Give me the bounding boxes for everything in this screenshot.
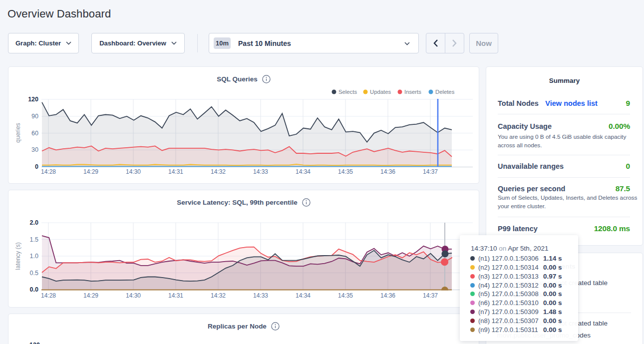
svg-text:14:29: 14:29 xyxy=(83,168,98,175)
svg-text:30: 30 xyxy=(31,146,38,153)
svg-text:Updates: Updates xyxy=(370,89,391,95)
svg-text:14:34: 14:34 xyxy=(296,168,311,175)
svg-text:14:33: 14:33 xyxy=(253,292,268,299)
svg-text:14:31: 14:31 xyxy=(168,168,183,175)
svg-text:14:28: 14:28 xyxy=(41,292,56,299)
svg-text:14:28: 14:28 xyxy=(41,168,56,175)
svg-text:14:33: 14:33 xyxy=(253,168,268,175)
svg-text:Selects: Selects xyxy=(338,89,357,95)
svg-text:0.0: 0.0 xyxy=(30,286,38,293)
svg-text:2.0: 2.0 xyxy=(30,219,38,226)
svg-text:14:34: 14:34 xyxy=(296,292,311,299)
svg-text:60: 60 xyxy=(31,130,38,137)
svg-text:14:36: 14:36 xyxy=(380,168,395,175)
svg-text:90: 90 xyxy=(31,113,38,120)
svg-text:0: 0 xyxy=(35,163,38,170)
svg-text:Inserts: Inserts xyxy=(404,89,421,95)
svg-text:14:35: 14:35 xyxy=(338,168,353,175)
svg-text:14:37: 14:37 xyxy=(423,292,438,299)
svg-text:1.5: 1.5 xyxy=(30,236,38,243)
svg-text:14:30: 14:30 xyxy=(126,292,141,299)
svg-text:14:30: 14:30 xyxy=(126,168,141,175)
svg-text:14:31: 14:31 xyxy=(168,292,183,299)
svg-text:14:32: 14:32 xyxy=(211,292,226,299)
svg-text:queries: queries xyxy=(14,123,21,142)
svg-text:14:37: 14:37 xyxy=(423,168,438,175)
svg-text:1.0: 1.0 xyxy=(30,253,38,260)
svg-text:14:32: 14:32 xyxy=(211,168,226,175)
svg-text:0.5: 0.5 xyxy=(30,270,38,277)
svg-text:120: 120 xyxy=(28,96,38,103)
svg-text:14:36: 14:36 xyxy=(380,292,395,299)
svg-text:Deletes: Deletes xyxy=(435,89,455,95)
svg-text:14:35: 14:35 xyxy=(338,292,353,299)
svg-text:latency (s): latency (s) xyxy=(14,242,21,270)
svg-text:14:29: 14:29 xyxy=(83,292,98,299)
